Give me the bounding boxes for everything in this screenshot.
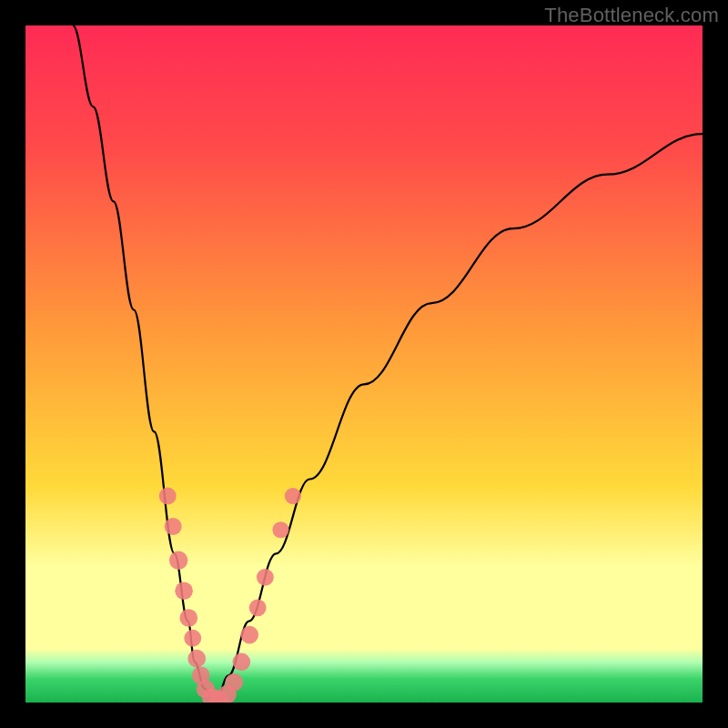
data-point [225, 673, 243, 692]
data-point [187, 650, 206, 668]
data-point [159, 488, 177, 505]
data-point [240, 626, 258, 644]
bottleneck-curve [73, 25, 703, 703]
data-point [184, 630, 201, 647]
data-point [257, 569, 274, 586]
watermark-text: TheBottleneck.com [544, 4, 719, 27]
data-point [233, 653, 251, 672]
data-point [175, 581, 193, 600]
data-point [285, 488, 301, 504]
data-point [179, 609, 197, 627]
highlighted-points-group [159, 488, 301, 703]
outer-frame: TheBottleneck.com [0, 0, 728, 728]
data-point [249, 599, 267, 616]
plot-area [25, 25, 703, 703]
curve-svg [25, 25, 703, 703]
data-point [272, 521, 288, 538]
data-point [165, 518, 182, 535]
data-point [169, 551, 187, 570]
